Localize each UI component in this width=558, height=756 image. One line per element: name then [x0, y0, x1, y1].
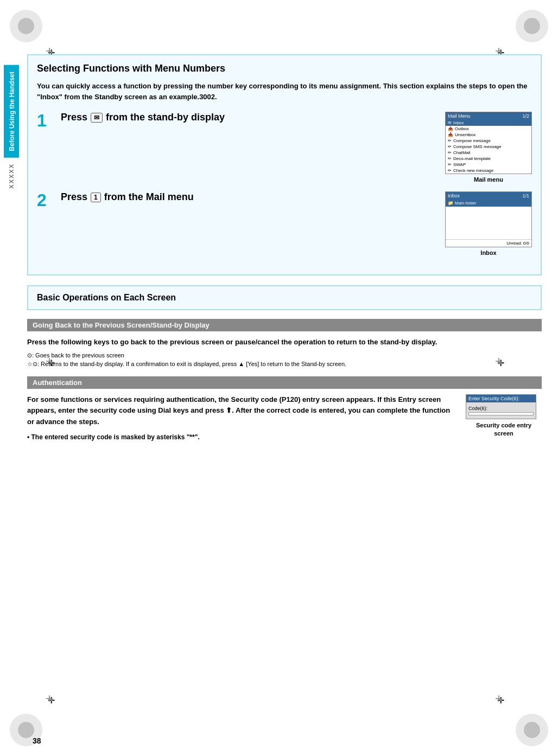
subsection-goback-note2: ☆⊙: Returns to the stand-by display. If …: [27, 360, 542, 369]
mail-menu-item-chatmail: ✏ ChatMail: [446, 150, 531, 156]
step-1-text: Press ✉ from the stand-by display: [61, 112, 439, 123]
inbox-caption: Inbox: [445, 249, 532, 256]
mail-icon-chatmail: ✏: [448, 150, 452, 155]
security-screen: Enter Security Code(6): Code(6):: [466, 394, 536, 419]
step-2-content: Press 1 from the Mail menu: [61, 191, 439, 203]
mail-menu-item-decomail: ✏ Deco-mail template: [446, 156, 531, 162]
corner-decoration-br: [516, 714, 548, 746]
mail-item-label-0: Inbox: [453, 120, 464, 125]
inbox-screen: Inbox 1/1 📁 Main folder Unread: 0/0: [445, 191, 532, 247]
mail-menu-item-checknew: ✏ Check new message: [446, 168, 531, 174]
inbox-footer: Unread: 0/0: [446, 239, 531, 247]
mail-item-label-7: SWAP: [453, 162, 466, 167]
auth-text-block: For some functions or services requiring…: [27, 394, 457, 443]
security-code-input[interactable]: [468, 412, 534, 415]
mail-icon-inbox: ✉: [448, 120, 452, 125]
subsection-goback-title: Going Back to the Previous Screen/Stand-…: [27, 319, 542, 331]
mail-icon-unsentbox: 📥: [448, 132, 453, 137]
mail-menu-header: Mail Menu 1/2: [446, 112, 531, 120]
inbox-folder-icon: 📁: [448, 201, 453, 206]
mail-item-label-1: Outbox: [455, 126, 469, 131]
step-1-row: 1 Press ✉ from the stand-by display Mail…: [37, 112, 532, 183]
mail-item-label-4: Compose SMS message: [453, 144, 501, 149]
step-2-screenshot: Inbox 1/1 📁 Main folder Unread: 0/0 Inbo…: [445, 191, 532, 256]
mail-menu-screen: Mail Menu 1/2 ✉ Inbox 📤 Outbox 📥 Unsentb…: [445, 112, 532, 174]
mail-item-label-3: Compose message: [453, 138, 491, 143]
step-1-text-before: Press: [61, 112, 87, 123]
step-2-number: 2: [37, 191, 56, 209]
mail-icon-outbox: 📤: [448, 126, 453, 131]
section-basic: Basic Operations on Each Screen: [27, 285, 542, 310]
security-screen-caption: Security code entry screen: [466, 421, 542, 438]
mail-icon-swap: ✏: [448, 162, 452, 167]
step-1-content: Press ✉ from the stand-by display: [61, 112, 439, 123]
subsection-auth: Authentication For some functions or ser…: [27, 376, 542, 443]
step-1-number: 1: [37, 112, 56, 129]
mail-menu-item-swap: ✏ SWAP: [446, 162, 531, 168]
inbox-header: Inbox 1/1: [446, 192, 531, 200]
security-screen-body: Code(6):: [466, 402, 536, 419]
section-basic-title: Basic Operations on Each Screen: [37, 293, 532, 303]
page-number: 38: [33, 736, 41, 745]
mail-item-label-6: Deco-mail template: [453, 156, 491, 161]
mail-menu-item-compose: ✏ Compose message: [446, 138, 531, 144]
inbox-item-label: Main folder: [455, 201, 477, 206]
security-screen-header: Enter Security Code(6):: [466, 395, 536, 402]
mail-menu-caption: Mail menu: [445, 176, 532, 183]
mail-menu-item-sms: ✏ Compose SMS message: [446, 144, 531, 150]
intro-text: You can quickly access a function by pre…: [37, 81, 532, 102]
mail-icon-decomail: ✏: [448, 156, 452, 161]
mail-menu-header-right: 1/2: [522, 113, 529, 119]
sidebar-xxxxx: XXXXX: [8, 163, 15, 189]
step-2-text: Press 1 from the Mail menu: [61, 191, 439, 203]
subsection-goback-note1: ⊙: Goes back to the previous screen: [27, 351, 542, 360]
inbox-header-right: 1/1: [522, 193, 529, 198]
inbox-body: [446, 207, 531, 239]
subsection-auth-body: For some functions or services requiring…: [27, 394, 542, 443]
subsection-goback: Going Back to the Previous Screen/Stand-…: [27, 319, 542, 369]
mail-item-label-5: ChatMail: [453, 150, 471, 155]
mail-menu-header-left: Mail Menu: [448, 113, 471, 119]
mail-item-label-2: Unsentbox: [455, 132, 475, 137]
auth-bullet: • The entered security code is masked by…: [27, 432, 457, 443]
section-selecting-title: Selecting Functions with Menu Numbers: [37, 63, 532, 74]
auth-body-text: For some functions or services requiring…: [27, 394, 457, 428]
step-2-key-icon: 1: [91, 193, 101, 202]
auth-screenshot: Enter Security Code(6): Code(6): Securit…: [466, 394, 542, 438]
section-selecting: Selecting Functions with Menu Numbers Yo…: [27, 54, 542, 276]
corner-decoration-tr: [516, 10, 548, 42]
security-input-label: Code(6):: [468, 406, 534, 411]
mail-icon-checknew: ✏: [448, 168, 452, 173]
sidebar: Before Using the Handset XXXXX: [0, 54, 23, 702]
inbox-header-left: Inbox: [448, 193, 460, 198]
mail-menu-item-inbox: ✉ Inbox: [446, 120, 531, 126]
sidebar-tab: Before Using the Handset: [4, 65, 19, 158]
mail-icon-sms: ✏: [448, 144, 452, 149]
subsection-goback-body: Press the following keys to go back to t…: [27, 337, 542, 348]
mail-menu-item-outbox: 📤 Outbox: [446, 126, 531, 132]
step-1-key-icon: ✉: [91, 113, 103, 123]
step-2-row: 2 Press 1 from the Mail menu Inbox 1/1 📁: [37, 191, 532, 256]
step-2-text-after: from the Mail menu: [104, 191, 194, 203]
mail-icon-compose: ✏: [448, 138, 452, 143]
inbox-item-main: 📁 Main folder: [446, 200, 531, 207]
mail-menu-item-unsentbox: 📥 Unsentbox: [446, 132, 531, 138]
subsection-auth-title: Authentication: [27, 376, 542, 389]
corner-decoration-tl: [10, 10, 42, 42]
step-1-text-after: from the stand-by display: [106, 112, 225, 123]
step-2-text-before: Press: [61, 191, 87, 203]
main-content: Selecting Functions with Menu Numbers Yo…: [27, 54, 542, 702]
mail-item-label-8: Check new message: [453, 168, 493, 173]
step-1-screenshot: Mail Menu 1/2 ✉ Inbox 📤 Outbox 📥 Unsentb…: [445, 112, 532, 183]
